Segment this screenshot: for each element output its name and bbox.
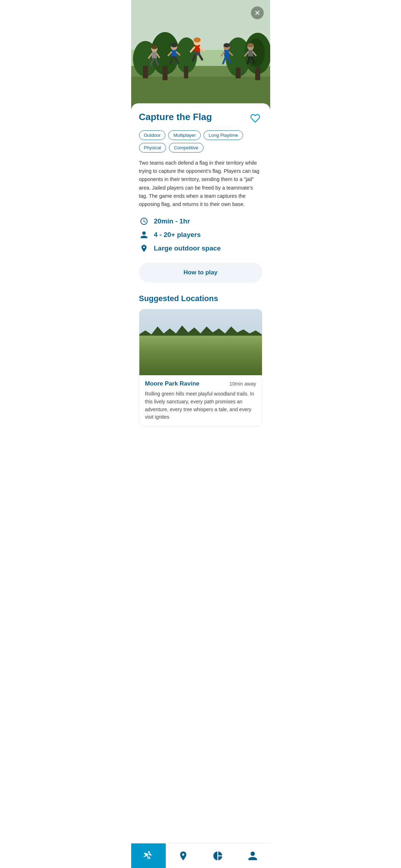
players-text: 4 - 20+ players — [154, 231, 201, 239]
clock-icon — [140, 217, 148, 226]
svg-rect-44 — [248, 49, 253, 57]
game-title: Capture the Flag — [139, 112, 245, 123]
space-text: Large outdoor space — [154, 244, 221, 252]
location-name-row: Moore Park Ravine 10min away — [145, 380, 256, 387]
clock-icon-container — [139, 216, 149, 226]
svg-rect-30 — [152, 51, 157, 59]
location-image — [139, 309, 262, 375]
how-to-play-button[interactable]: How to play — [139, 263, 262, 283]
svg-rect-7 — [163, 66, 168, 80]
tag-multiplayer: Multiplayer — [168, 130, 201, 140]
game-description: Two teams each defend a flag in their te… — [139, 159, 262, 208]
person-icon — [140, 231, 148, 239]
location-pin-icon-container — [139, 243, 149, 253]
tag-outdoor: Outdoor — [139, 130, 166, 140]
space-item: Large outdoor space — [139, 243, 262, 253]
players-item: 4 - 20+ players — [139, 230, 262, 240]
title-row: Capture the Flag — [139, 112, 262, 125]
svg-rect-5 — [143, 66, 148, 78]
location-card[interactable]: Moore Park Ravine 10min away Rolling gre… — [139, 309, 262, 427]
tags-container: Outdoor Multiplayer Long Playtime Physic… — [139, 130, 262, 153]
suggested-locations-title: Suggested Locations — [139, 294, 262, 303]
tag-physical: Physical — [139, 143, 166, 153]
svg-point-39 — [223, 43, 230, 47]
location-name: Moore Park Ravine — [145, 380, 200, 387]
svg-rect-11 — [236, 68, 241, 78]
svg-rect-22 — [194, 52, 200, 55]
hero-image — [131, 0, 270, 110]
tag-competitive: Competitive — [169, 143, 204, 153]
svg-point-25 — [171, 43, 177, 47]
info-list: 20min - 1hr 4 - 20+ players Large outdoo… — [139, 216, 262, 253]
svg-rect-9 — [184, 66, 188, 78]
tag-long-playtime: Long Playtime — [204, 130, 243, 140]
favorite-button[interactable] — [248, 111, 262, 125]
location-description: Rolling green hills meet playful woodlan… — [145, 390, 256, 426]
content-area: Capture the Flag Outdoor Multiplayer Lon… — [131, 103, 270, 461]
location-pin-icon — [140, 244, 148, 253]
close-icon — [254, 10, 261, 16]
svg-point-46 — [247, 43, 254, 47]
svg-point-17 — [194, 37, 201, 42]
person-icon-container — [139, 230, 149, 240]
location-info: Moore Park Ravine 10min away Rolling gre… — [139, 375, 262, 426]
close-button[interactable] — [251, 6, 264, 19]
duration-text: 20min - 1hr — [154, 217, 190, 225]
heart-icon — [250, 113, 260, 123]
svg-rect-13 — [255, 68, 260, 80]
duration-item: 20min - 1hr — [139, 216, 262, 226]
location-distance: 10min away — [230, 381, 256, 387]
svg-rect-37 — [224, 49, 229, 57]
svg-rect-23 — [171, 49, 176, 57]
svg-point-32 — [151, 45, 158, 49]
